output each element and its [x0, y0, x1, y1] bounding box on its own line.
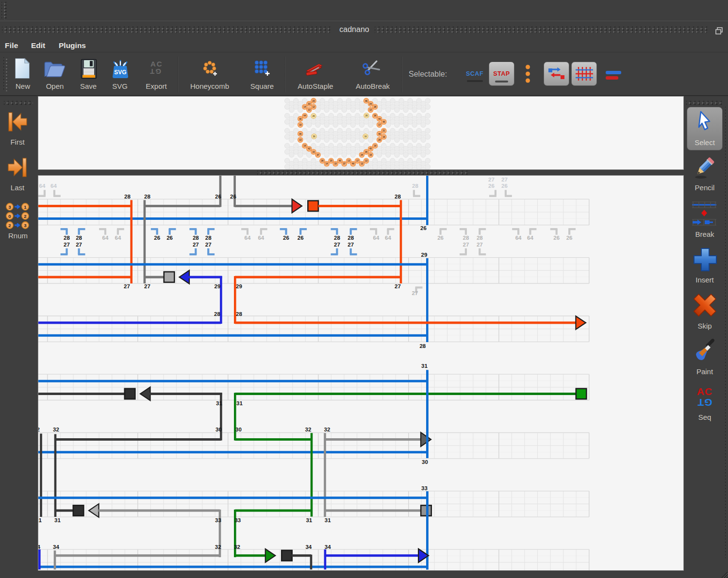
svg-text:30: 30 [422, 459, 428, 464]
svg-text:AC: AC [697, 386, 712, 397]
svg-text:30: 30 [235, 427, 242, 432]
svg-text:31: 31 [54, 517, 61, 523]
svg-text:26: 26 [215, 194, 221, 199]
svg-text:33: 33 [234, 517, 241, 523]
svg-text:27: 27 [144, 283, 150, 289]
svg-text:64: 64 [245, 235, 251, 241]
svg-text:27: 27 [76, 241, 82, 247]
svg-text:28: 28 [124, 194, 131, 199]
svg-text:28: 28 [193, 235, 199, 241]
svg-text:29: 29 [215, 283, 221, 289]
svg-text:13: 13 [299, 139, 302, 141]
svg-text:19: 19 [374, 145, 377, 147]
svg-text:64: 64 [115, 235, 121, 241]
svg-text:16: 16 [303, 145, 306, 147]
svg-text:21: 21 [382, 130, 385, 132]
svg-text:19: 19 [299, 124, 302, 126]
svg-text:3: 3 [24, 223, 26, 228]
svg-text:45: 45 [339, 160, 342, 162]
svg-text:2: 2 [24, 214, 26, 219]
svg-text:28: 28 [412, 183, 418, 189]
svg-text:27: 27 [205, 241, 212, 247]
svg-text:28: 28 [64, 235, 70, 241]
svg-text:28: 28 [395, 194, 401, 199]
svg-text:36: 36 [374, 115, 377, 117]
svg-text:26: 26 [553, 235, 560, 241]
svg-text:16: 16 [382, 136, 385, 138]
svg-text:32: 32 [305, 427, 312, 432]
svg-text:26: 26 [566, 235, 573, 241]
svg-text:28: 28 [214, 311, 220, 316]
svg-text:64: 64 [50, 183, 57, 189]
svg-text:64: 64 [39, 183, 46, 189]
svg-text:45: 45 [369, 148, 372, 150]
svg-text:SVG: SVG [114, 69, 126, 76]
svg-text:3: 3 [8, 204, 11, 210]
svg-text:34: 34 [325, 544, 331, 549]
svg-text:14: 14 [326, 163, 329, 165]
svg-text:28: 28 [419, 343, 426, 348]
svg-text:26: 26 [488, 183, 495, 189]
svg-text:17: 17 [356, 160, 359, 162]
svg-text:64: 64 [102, 235, 109, 241]
svg-text:28: 28 [463, 235, 469, 241]
svg-text:27: 27 [395, 283, 401, 289]
svg-text:64: 64 [373, 235, 380, 241]
svg-text:26: 26 [501, 183, 508, 189]
svg-text:13: 13 [308, 109, 311, 111]
svg-text:26: 26 [154, 235, 160, 241]
svg-text:28: 28 [365, 115, 368, 117]
svg-text:64: 64 [258, 235, 264, 241]
svg-text:13: 13 [361, 163, 364, 165]
svg-text:AC: AC [150, 60, 163, 68]
svg-text:27: 27 [412, 290, 418, 296]
svg-text:33: 33 [421, 485, 428, 491]
svg-text:14: 14 [303, 106, 306, 108]
svg-text:16: 16 [364, 135, 367, 138]
svg-text:0: 0 [8, 214, 11, 219]
svg-text:26: 26 [230, 194, 236, 199]
svg-text:34: 34 [38, 544, 40, 549]
svg-text:31: 31 [236, 400, 243, 406]
svg-text:34: 34 [53, 544, 59, 549]
svg-text:32: 32 [215, 544, 221, 549]
svg-text:25: 25 [330, 160, 333, 162]
svg-text:31: 31 [216, 400, 222, 406]
svg-text:15: 15 [334, 163, 337, 165]
svg-text:12: 12 [369, 109, 372, 111]
svg-text:32: 32 [53, 427, 59, 432]
svg-text:64: 64 [527, 235, 533, 241]
svg-text:27: 27 [477, 241, 483, 247]
svg-text:18: 18 [369, 154, 372, 156]
svg-text:28: 28 [236, 311, 242, 316]
svg-text:27: 27 [463, 241, 469, 247]
svg-text:33: 33 [308, 103, 311, 105]
svg-text:30: 30 [215, 427, 222, 432]
svg-text:37: 37 [316, 154, 319, 156]
svg-text:26: 26 [420, 225, 427, 231]
svg-text:30: 30 [299, 118, 302, 120]
svg-text:46: 46 [352, 163, 355, 165]
svg-text:27: 27 [124, 283, 130, 289]
svg-text:37: 37 [343, 163, 346, 165]
svg-text:42: 42 [308, 148, 311, 150]
svg-text:35: 35 [299, 133, 302, 135]
svg-text:28: 28 [144, 194, 150, 199]
svg-text:28: 28 [374, 106, 377, 108]
svg-text:33: 33 [215, 517, 221, 523]
svg-text:27: 27 [488, 176, 495, 182]
svg-text:45: 45 [382, 121, 385, 123]
svg-text:31: 31 [325, 517, 331, 523]
svg-text:26: 26 [283, 235, 289, 241]
svg-text:24: 24 [369, 103, 372, 105]
svg-text:29: 29 [421, 251, 428, 257]
svg-text:13: 13 [365, 160, 368, 162]
svg-text:32: 32 [234, 544, 240, 549]
svg-text:30: 30 [313, 135, 315, 138]
svg-text:13: 13 [347, 160, 350, 162]
svg-text:29: 29 [236, 283, 242, 289]
svg-text:27: 27 [347, 241, 354, 247]
svg-text:1: 1 [24, 204, 27, 210]
svg-text:28: 28 [76, 235, 82, 241]
svg-text:28: 28 [312, 115, 315, 117]
